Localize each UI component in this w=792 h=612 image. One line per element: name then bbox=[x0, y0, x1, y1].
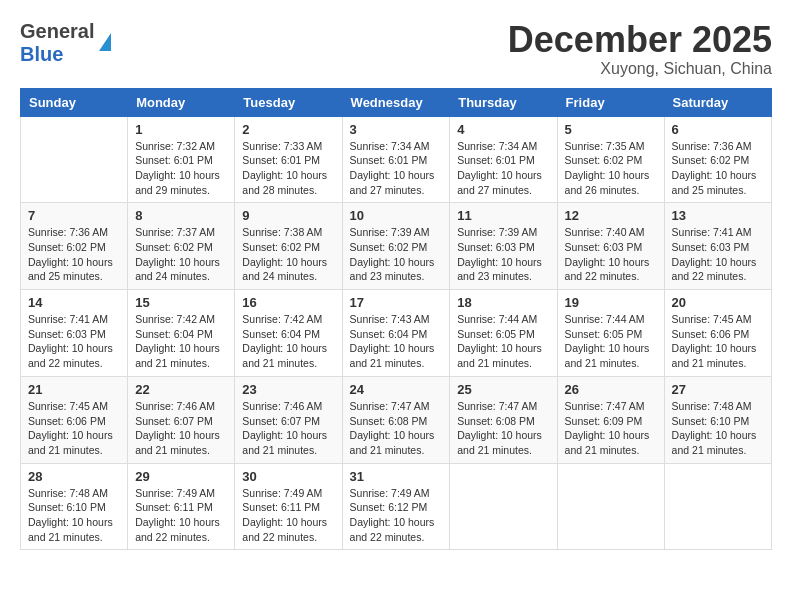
calendar-week-row: 7Sunrise: 7:36 AM Sunset: 6:02 PM Daylig… bbox=[21, 203, 772, 290]
day-number: 18 bbox=[457, 295, 549, 310]
day-info: Sunrise: 7:34 AM Sunset: 6:01 PM Dayligh… bbox=[457, 139, 549, 198]
calendar-cell: 21Sunrise: 7:45 AM Sunset: 6:06 PM Dayli… bbox=[21, 376, 128, 463]
day-number: 13 bbox=[672, 208, 764, 223]
col-header-saturday: Saturday bbox=[664, 88, 771, 116]
day-number: 16 bbox=[242, 295, 334, 310]
calendar-week-row: 28Sunrise: 7:48 AM Sunset: 6:10 PM Dayli… bbox=[21, 463, 772, 550]
day-number: 19 bbox=[565, 295, 657, 310]
day-info: Sunrise: 7:36 AM Sunset: 6:02 PM Dayligh… bbox=[672, 139, 764, 198]
calendar-cell bbox=[21, 116, 128, 203]
calendar-cell: 7Sunrise: 7:36 AM Sunset: 6:02 PM Daylig… bbox=[21, 203, 128, 290]
day-number: 28 bbox=[28, 469, 120, 484]
day-info: Sunrise: 7:41 AM Sunset: 6:03 PM Dayligh… bbox=[672, 225, 764, 284]
logo-blue: Blue bbox=[20, 43, 94, 66]
calendar-cell: 5Sunrise: 7:35 AM Sunset: 6:02 PM Daylig… bbox=[557, 116, 664, 203]
day-number: 10 bbox=[350, 208, 443, 223]
day-info: Sunrise: 7:32 AM Sunset: 6:01 PM Dayligh… bbox=[135, 139, 227, 198]
day-info: Sunrise: 7:48 AM Sunset: 6:10 PM Dayligh… bbox=[672, 399, 764, 458]
day-number: 20 bbox=[672, 295, 764, 310]
calendar-cell: 25Sunrise: 7:47 AM Sunset: 6:08 PM Dayli… bbox=[450, 376, 557, 463]
day-info: Sunrise: 7:44 AM Sunset: 6:05 PM Dayligh… bbox=[565, 312, 657, 371]
day-number: 21 bbox=[28, 382, 120, 397]
col-header-thursday: Thursday bbox=[450, 88, 557, 116]
day-number: 15 bbox=[135, 295, 227, 310]
day-info: Sunrise: 7:46 AM Sunset: 6:07 PM Dayligh… bbox=[135, 399, 227, 458]
day-info: Sunrise: 7:41 AM Sunset: 6:03 PM Dayligh… bbox=[28, 312, 120, 371]
day-info: Sunrise: 7:34 AM Sunset: 6:01 PM Dayligh… bbox=[350, 139, 443, 198]
day-number: 26 bbox=[565, 382, 657, 397]
col-header-wednesday: Wednesday bbox=[342, 88, 450, 116]
day-number: 27 bbox=[672, 382, 764, 397]
day-info: Sunrise: 7:49 AM Sunset: 6:11 PM Dayligh… bbox=[135, 486, 227, 545]
calendar-cell: 14Sunrise: 7:41 AM Sunset: 6:03 PM Dayli… bbox=[21, 290, 128, 377]
calendar-cell: 4Sunrise: 7:34 AM Sunset: 6:01 PM Daylig… bbox=[450, 116, 557, 203]
day-number: 5 bbox=[565, 122, 657, 137]
calendar-cell: 13Sunrise: 7:41 AM Sunset: 6:03 PM Dayli… bbox=[664, 203, 771, 290]
logo: General Blue bbox=[20, 20, 111, 66]
day-info: Sunrise: 7:35 AM Sunset: 6:02 PM Dayligh… bbox=[565, 139, 657, 198]
day-info: Sunrise: 7:47 AM Sunset: 6:09 PM Dayligh… bbox=[565, 399, 657, 458]
calendar-cell: 9Sunrise: 7:38 AM Sunset: 6:02 PM Daylig… bbox=[235, 203, 342, 290]
calendar-cell: 27Sunrise: 7:48 AM Sunset: 6:10 PM Dayli… bbox=[664, 376, 771, 463]
calendar-header-row: SundayMondayTuesdayWednesdayThursdayFrid… bbox=[21, 88, 772, 116]
day-info: Sunrise: 7:42 AM Sunset: 6:04 PM Dayligh… bbox=[135, 312, 227, 371]
location-subtitle: Xuyong, Sichuan, China bbox=[508, 60, 772, 78]
day-info: Sunrise: 7:46 AM Sunset: 6:07 PM Dayligh… bbox=[242, 399, 334, 458]
calendar-cell: 26Sunrise: 7:47 AM Sunset: 6:09 PM Dayli… bbox=[557, 376, 664, 463]
calendar-cell: 20Sunrise: 7:45 AM Sunset: 6:06 PM Dayli… bbox=[664, 290, 771, 377]
calendar-cell: 8Sunrise: 7:37 AM Sunset: 6:02 PM Daylig… bbox=[128, 203, 235, 290]
day-info: Sunrise: 7:39 AM Sunset: 6:03 PM Dayligh… bbox=[457, 225, 549, 284]
calendar-cell: 6Sunrise: 7:36 AM Sunset: 6:02 PM Daylig… bbox=[664, 116, 771, 203]
calendar-cell: 12Sunrise: 7:40 AM Sunset: 6:03 PM Dayli… bbox=[557, 203, 664, 290]
calendar-cell: 19Sunrise: 7:44 AM Sunset: 6:05 PM Dayli… bbox=[557, 290, 664, 377]
col-header-sunday: Sunday bbox=[21, 88, 128, 116]
calendar-cell: 31Sunrise: 7:49 AM Sunset: 6:12 PM Dayli… bbox=[342, 463, 450, 550]
calendar-table: SundayMondayTuesdayWednesdayThursdayFrid… bbox=[20, 88, 772, 551]
calendar-cell: 11Sunrise: 7:39 AM Sunset: 6:03 PM Dayli… bbox=[450, 203, 557, 290]
title-block: December 2025 Xuyong, Sichuan, China bbox=[508, 20, 772, 78]
day-info: Sunrise: 7:49 AM Sunset: 6:11 PM Dayligh… bbox=[242, 486, 334, 545]
day-number: 23 bbox=[242, 382, 334, 397]
calendar-cell: 23Sunrise: 7:46 AM Sunset: 6:07 PM Dayli… bbox=[235, 376, 342, 463]
day-number: 8 bbox=[135, 208, 227, 223]
calendar-cell bbox=[557, 463, 664, 550]
calendar-cell: 17Sunrise: 7:43 AM Sunset: 6:04 PM Dayli… bbox=[342, 290, 450, 377]
calendar-cell: 3Sunrise: 7:34 AM Sunset: 6:01 PM Daylig… bbox=[342, 116, 450, 203]
calendar-cell: 24Sunrise: 7:47 AM Sunset: 6:08 PM Dayli… bbox=[342, 376, 450, 463]
day-number: 17 bbox=[350, 295, 443, 310]
calendar-cell: 29Sunrise: 7:49 AM Sunset: 6:11 PM Dayli… bbox=[128, 463, 235, 550]
day-number: 11 bbox=[457, 208, 549, 223]
day-info: Sunrise: 7:42 AM Sunset: 6:04 PM Dayligh… bbox=[242, 312, 334, 371]
day-number: 14 bbox=[28, 295, 120, 310]
day-number: 22 bbox=[135, 382, 227, 397]
calendar-cell: 16Sunrise: 7:42 AM Sunset: 6:04 PM Dayli… bbox=[235, 290, 342, 377]
calendar-cell: 1Sunrise: 7:32 AM Sunset: 6:01 PM Daylig… bbox=[128, 116, 235, 203]
calendar-week-row: 1Sunrise: 7:32 AM Sunset: 6:01 PM Daylig… bbox=[21, 116, 772, 203]
day-number: 30 bbox=[242, 469, 334, 484]
day-info: Sunrise: 7:44 AM Sunset: 6:05 PM Dayligh… bbox=[457, 312, 549, 371]
calendar-cell bbox=[664, 463, 771, 550]
day-info: Sunrise: 7:36 AM Sunset: 6:02 PM Dayligh… bbox=[28, 225, 120, 284]
day-number: 2 bbox=[242, 122, 334, 137]
day-number: 9 bbox=[242, 208, 334, 223]
calendar-cell bbox=[450, 463, 557, 550]
day-number: 29 bbox=[135, 469, 227, 484]
day-info: Sunrise: 7:43 AM Sunset: 6:04 PM Dayligh… bbox=[350, 312, 443, 371]
day-info: Sunrise: 7:39 AM Sunset: 6:02 PM Dayligh… bbox=[350, 225, 443, 284]
day-info: Sunrise: 7:33 AM Sunset: 6:01 PM Dayligh… bbox=[242, 139, 334, 198]
calendar-cell: 22Sunrise: 7:46 AM Sunset: 6:07 PM Dayli… bbox=[128, 376, 235, 463]
day-number: 31 bbox=[350, 469, 443, 484]
day-number: 3 bbox=[350, 122, 443, 137]
col-header-friday: Friday bbox=[557, 88, 664, 116]
day-info: Sunrise: 7:47 AM Sunset: 6:08 PM Dayligh… bbox=[457, 399, 549, 458]
day-number: 6 bbox=[672, 122, 764, 137]
day-number: 7 bbox=[28, 208, 120, 223]
day-info: Sunrise: 7:49 AM Sunset: 6:12 PM Dayligh… bbox=[350, 486, 443, 545]
col-header-monday: Monday bbox=[128, 88, 235, 116]
day-number: 24 bbox=[350, 382, 443, 397]
day-info: Sunrise: 7:48 AM Sunset: 6:10 PM Dayligh… bbox=[28, 486, 120, 545]
day-info: Sunrise: 7:40 AM Sunset: 6:03 PM Dayligh… bbox=[565, 225, 657, 284]
day-info: Sunrise: 7:47 AM Sunset: 6:08 PM Dayligh… bbox=[350, 399, 443, 458]
day-number: 12 bbox=[565, 208, 657, 223]
calendar-week-row: 21Sunrise: 7:45 AM Sunset: 6:06 PM Dayli… bbox=[21, 376, 772, 463]
